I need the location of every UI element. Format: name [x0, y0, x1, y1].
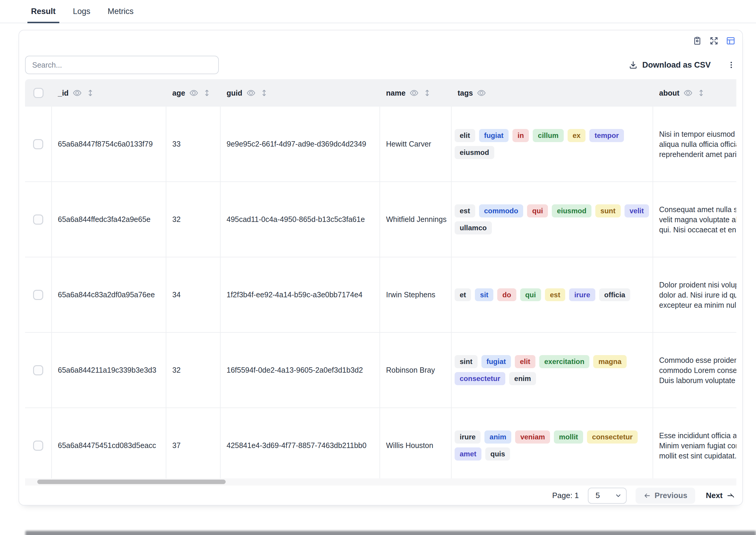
column-header-about: about	[653, 79, 736, 107]
bottom-shadow	[25, 531, 756, 535]
tag-chip: cillum	[533, 129, 563, 142]
cell-id: 65a6a8447f8754c6a0133f79	[52, 107, 166, 182]
cell-tags: etsitdoquiestirureofficia	[452, 257, 653, 332]
row-checkbox[interactable]	[33, 290, 43, 300]
cell-age: 33	[166, 107, 221, 182]
row-checkbox[interactable]	[33, 214, 43, 225]
column-label: name	[386, 89, 406, 98]
tag-chip: tempor	[590, 129, 624, 142]
eye-icon[interactable]	[683, 89, 692, 98]
tag-chip: quis	[485, 447, 510, 461]
tag-chip: sit	[475, 288, 493, 301]
sort-icon[interactable]	[423, 89, 432, 98]
sort-icon[interactable]	[86, 89, 95, 98]
tag-chip: elit	[515, 355, 535, 368]
eye-icon[interactable]	[189, 89, 198, 98]
paste-response-icon[interactable]	[692, 35, 703, 46]
column-label: tags	[458, 89, 473, 98]
tag-chip: amet	[455, 447, 481, 461]
column-header-tags: tags	[452, 79, 653, 107]
tag-chip: fugiat	[479, 129, 509, 142]
column-header-select	[25, 79, 52, 107]
cell-age: 37	[166, 408, 221, 483]
eye-icon[interactable]	[409, 89, 418, 98]
download-csv-button[interactable]: Download as CSV	[628, 60, 711, 70]
tab-result[interactable]: Result	[27, 0, 59, 23]
page-size-select[interactable]: 5	[588, 488, 627, 504]
tag-chip: eiusmod	[552, 204, 591, 217]
horizontal-scrollbar-thumb[interactable]	[37, 480, 226, 484]
previous-button[interactable]: Previous	[636, 488, 695, 504]
cell-about: Dolor proident nisi voluptate dolor ad. …	[653, 257, 736, 332]
row-checkbox[interactable]	[33, 440, 43, 451]
tag-chip: et	[455, 288, 471, 301]
chevron-down-icon	[615, 492, 622, 499]
tag-chip: officia	[599, 288, 630, 301]
column-label: _id	[58, 89, 69, 98]
column-header-age: age	[166, 79, 221, 107]
tag-chip: do	[497, 288, 516, 301]
tag-chip: anim	[484, 431, 511, 443]
tag-chip: mollit	[554, 431, 583, 443]
cell-age: 32	[166, 333, 221, 408]
sort-icon[interactable]	[202, 89, 211, 98]
kebab-menu-icon[interactable]	[726, 59, 736, 71]
row-checkbox[interactable]	[33, 139, 43, 149]
arrow-right-icon	[726, 492, 734, 499]
cell-about: Esse incididunt officia adipi Minim veni…	[653, 408, 736, 483]
page-indicator: Page: 1	[552, 491, 579, 500]
cell-name: Hewitt Carver	[380, 107, 452, 182]
cell-tags: sintfugiatelitexercitationmagnaconsectet…	[452, 333, 653, 408]
row-checkbox[interactable]	[33, 365, 43, 375]
column-header-name: name	[380, 79, 452, 107]
tab-logs[interactable]: Logs	[70, 0, 94, 23]
tab-bar: Result Logs Metrics	[0, 0, 756, 23]
cell-name: Whitfield Jennings	[380, 182, 452, 257]
tag-chip: commodo	[479, 204, 524, 217]
result-card: Download as CSV _idageguidnametagsabout …	[18, 30, 743, 505]
cell-name: Irwin Stephens	[380, 257, 452, 332]
eye-icon[interactable]	[477, 89, 486, 98]
eye-icon[interactable]	[73, 89, 82, 98]
tag-chip: est	[545, 288, 565, 301]
horizontal-scrollbar[interactable]	[25, 478, 736, 486]
table-view-icon[interactable]	[725, 35, 736, 46]
cell-guid: 16f5594f-0de2-4a13-9605-2a0ef3d1b3d2	[221, 333, 380, 408]
tab-metrics[interactable]: Metrics	[104, 0, 137, 23]
sort-icon[interactable]	[260, 89, 269, 98]
sort-icon[interactable]	[697, 89, 706, 98]
arrow-left-icon	[643, 492, 651, 499]
table-body: 65a6a8447f8754c6a0133f79339e9e95c2-661f-…	[25, 107, 736, 484]
column-label: guid	[227, 89, 242, 98]
cell-guid: 495cad11-0c4a-4950-865d-b13c5c3fa61e	[221, 182, 380, 257]
cell-age: 32	[166, 182, 221, 257]
tag-chip: in	[512, 129, 529, 142]
select-all-checkbox[interactable]	[33, 88, 44, 98]
cell-name: Robinson Bray	[380, 333, 452, 408]
cell-tags: elitfugiatincillumextemporeiusmod	[452, 107, 653, 182]
tag-chip: elit	[455, 129, 475, 142]
expand-icon[interactable]	[708, 35, 720, 46]
cell-id: 65a6a84475451cd083d5eacc	[52, 408, 166, 483]
table-row: 65a6a844211a19c339b3e3d33216f5594f-0de2-…	[25, 333, 736, 408]
table-row: 65a6a844c83a2df0a95a76ee341f2f3b4f-ee92-…	[25, 257, 736, 333]
next-button[interactable]: Next	[704, 491, 736, 500]
column-header-guid: guid	[221, 79, 380, 107]
tag-chip: magna	[593, 355, 626, 368]
cell-name: Willis Houston	[380, 408, 452, 483]
tag-chip: fugiat	[481, 355, 511, 368]
tag-chip: eiusmod	[455, 146, 494, 159]
cell-guid: 1f2f3b4f-ee92-4a14-b59c-a3e0bb7174e4	[221, 257, 380, 332]
tag-chip: ullamco	[455, 221, 492, 235]
eye-icon[interactable]	[247, 89, 256, 98]
table-row: 65a6a844ffedc3fa42a9e65e32495cad11-0c4a-…	[25, 182, 736, 257]
page-size-value: 5	[596, 491, 600, 500]
table-header-row: _idageguidnametagsabout	[25, 79, 736, 107]
cell-tags: estcommodoquieiusmodsuntvelitullamco	[452, 182, 653, 257]
cell-about: Commodo esse proident ex commodo Lorem c…	[653, 333, 736, 408]
column-label: about	[659, 89, 680, 98]
column-header-id: _id	[52, 79, 166, 107]
tag-chip: enim	[509, 372, 536, 385]
search-input[interactable]	[25, 56, 219, 74]
tag-chip: irure	[569, 288, 595, 301]
